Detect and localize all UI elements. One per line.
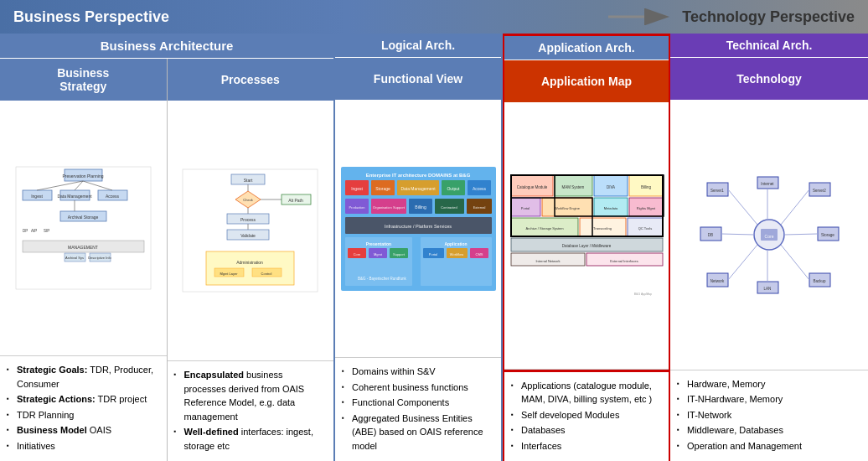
svg-text:External Interfaces: External Interfaces xyxy=(610,259,638,263)
functional-view-header: Functional View xyxy=(335,58,501,100)
strategy-header: BusinessStrategy xyxy=(0,59,167,101)
application-map-image: Catalogue Module MAM System DIVA Billing… xyxy=(504,102,669,370)
svg-text:Workflow Engine: Workflow Engine xyxy=(555,206,581,210)
svg-text:Core: Core xyxy=(353,252,360,256)
svg-text:Billing: Billing xyxy=(640,185,651,189)
svg-text:Archival Sys: Archival Sys xyxy=(65,256,84,260)
svg-text:Backup: Backup xyxy=(813,279,826,283)
application-map-header: Application Map xyxy=(504,60,669,102)
svg-text:Alt Path: Alt Path xyxy=(288,198,303,203)
svg-text:Access: Access xyxy=(472,186,486,191)
svg-text:Portal: Portal xyxy=(520,206,530,210)
processes-diagram: Start Check Process Validate xyxy=(181,168,319,293)
logical-arch-column: Logical Arch. Functional View Enterprise… xyxy=(335,34,503,461)
app-arch-header: Application Arch. xyxy=(504,36,669,60)
svg-text:Transcoding: Transcoding xyxy=(593,226,612,230)
svg-text:DIVA: DIVA xyxy=(606,185,614,189)
svg-text:DP: DP xyxy=(23,229,28,233)
app-arch-column: Application Arch. Application Map Catalo… xyxy=(503,34,670,461)
svg-text:QC Tools: QC Tools xyxy=(638,226,651,230)
app-container: Business Perspective Technology Perspect… xyxy=(0,0,868,461)
svg-text:Application: Application xyxy=(444,241,467,246)
svg-text:B&G AppMap: B&G AppMap xyxy=(633,293,651,296)
svg-text:Ingest: Ingest xyxy=(31,194,43,199)
technology-image: Core Server1 Server2 DB Stor xyxy=(670,100,868,370)
svg-text:Storage: Storage xyxy=(375,186,390,191)
arrow-icon xyxy=(608,8,675,25)
svg-text:Control: Control xyxy=(261,272,272,276)
main-content: Business Architecture BusinessStrategy xyxy=(0,34,868,461)
svg-text:Server1: Server1 xyxy=(710,189,724,193)
svg-text:Server2: Server2 xyxy=(813,189,826,193)
functional-view-text: Domains within S&V Coherent business fun… xyxy=(335,358,501,461)
svg-text:Data Management: Data Management xyxy=(400,186,436,191)
svg-text:Mgmt: Mgmt xyxy=(374,252,383,256)
svg-text:AIP: AIP xyxy=(31,229,37,233)
svg-text:B&G - Bayerischer Rundfunk: B&G - Bayerischer Rundfunk xyxy=(358,277,407,281)
svg-text:Billing: Billing xyxy=(415,205,426,210)
svg-text:Output: Output xyxy=(447,186,460,191)
svg-text:Contracted: Contracted xyxy=(441,205,457,210)
technology-text: Hardware, Memory IT-NHardware, Memory IT… xyxy=(670,370,868,462)
svg-text:Ingest: Ingest xyxy=(351,186,363,191)
svg-text:Check: Check xyxy=(244,198,253,202)
top-header: Business Perspective Technology Perspect… xyxy=(0,0,868,34)
technology-diagram: Core Server1 Server2 DB Stor xyxy=(692,173,847,297)
svg-text:CMS: CMS xyxy=(475,252,483,256)
svg-text:Workflow: Workflow xyxy=(449,252,462,256)
processes-image: Start Check Process Validate xyxy=(168,101,334,361)
svg-text:Internal Network: Internal Network xyxy=(535,259,560,263)
svg-text:Infrastructure / Platform Serv: Infrastructure / Platform Services xyxy=(384,224,451,229)
svg-text:Network: Network xyxy=(710,279,724,283)
business-arch-header: Business Architecture xyxy=(0,34,333,59)
processes-text: Encapsulated business processes derived … xyxy=(168,361,334,461)
svg-text:Enterprise IT architecture DOM: Enterprise IT architecture DOMAINS at B&… xyxy=(365,173,470,178)
svg-text:Data Management: Data Management xyxy=(57,194,92,199)
svg-text:Preservation Planning: Preservation Planning xyxy=(62,174,103,179)
application-map-text: Applications (catalogue module, MAM, DIV… xyxy=(504,370,669,462)
svg-text:Support: Support xyxy=(392,252,405,256)
svg-text:Portal: Portal xyxy=(428,252,437,256)
svg-text:Start: Start xyxy=(244,178,253,183)
strategy-text: Strategic Goals: TDR, Producer, Consumer… xyxy=(0,356,167,461)
svg-text:Catalogue Module: Catalogue Module xyxy=(516,185,547,189)
tech-arch-header: Technical Arch. xyxy=(670,34,868,58)
svg-text:Core: Core xyxy=(764,234,773,239)
strategy-diagram: Preservation Planning Ingest Data Manage… xyxy=(14,165,152,291)
svg-text:MANAGEMENT: MANAGEMENT xyxy=(68,245,98,250)
processes-header: Processes xyxy=(168,59,334,101)
svg-text:Access: Access xyxy=(106,194,120,199)
strategy-image: Preservation Planning Ingest Data Manage… xyxy=(0,101,167,356)
processes-col: Processes Start Check xyxy=(168,59,334,461)
svg-text:Storage: Storage xyxy=(821,233,834,237)
svg-text:Production: Production xyxy=(349,205,364,210)
svg-text:DB: DB xyxy=(707,233,712,237)
svg-text:Archival Storage: Archival Storage xyxy=(67,215,98,220)
tech-arch-column: Technical Arch. Technology Core Server1 xyxy=(670,34,868,461)
svg-text:Database Layer / Middleware: Database Layer / Middleware xyxy=(561,244,611,248)
business-sub-cols: BusinessStrategy Preservation Planning I… xyxy=(0,59,333,461)
svg-text:Rights Mgmt: Rights Mgmt xyxy=(636,206,655,210)
business-arch-column: Business Architecture BusinessStrategy xyxy=(0,34,335,461)
svg-text:LAN: LAN xyxy=(763,287,771,291)
svg-text:MAM System: MAM System xyxy=(561,185,584,189)
svg-text:Internet: Internet xyxy=(761,182,774,186)
technology-header: Technology xyxy=(670,58,868,100)
svg-text:Organisation Support: Organisation Support xyxy=(373,205,406,210)
svg-rect-2 xyxy=(16,167,151,289)
svg-text:Validate: Validate xyxy=(240,233,256,238)
svg-text:Presentation: Presentation xyxy=(365,241,390,246)
svg-text:Process: Process xyxy=(240,217,256,222)
logical-arch-header: Logical Arch. xyxy=(335,34,501,58)
strategy-col: BusinessStrategy Preservation Planning I… xyxy=(0,59,168,461)
business-perspective-label: Business Perspective xyxy=(13,8,169,26)
technology-perspective-label: Technology Perspective xyxy=(682,8,855,26)
svg-text:Administration: Administration xyxy=(236,260,263,265)
application-map-diagram: Catalogue Module MAM System DIVA Billing… xyxy=(509,174,664,298)
svg-text:SIP: SIP xyxy=(44,229,49,233)
svg-text:Archive / Storage System: Archive / Storage System xyxy=(525,226,564,230)
svg-text:Mgmt Layer: Mgmt Layer xyxy=(220,272,239,276)
svg-text:Metadata: Metadata xyxy=(603,206,617,210)
svg-text:Descriptive Info: Descriptive Info xyxy=(88,256,111,260)
svg-text:External: External xyxy=(473,205,485,210)
